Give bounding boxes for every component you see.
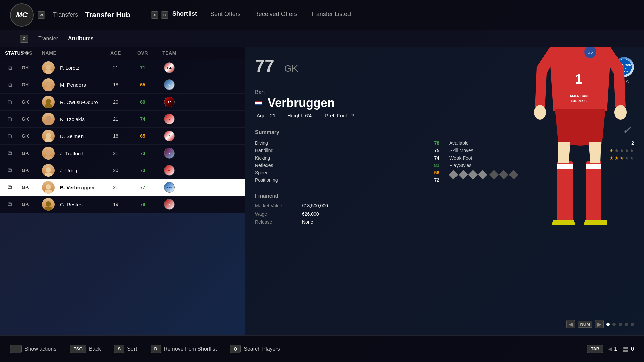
- sub-tab-transfer[interactable]: Transfer: [38, 36, 58, 42]
- status-icon: ⧉: [5, 166, 14, 175]
- player-age: 21: [102, 65, 129, 70]
- stat-diving: Diving 78: [255, 139, 439, 147]
- team-badge: S: [156, 131, 183, 141]
- player-name: G. Restes: [57, 202, 83, 207]
- show-actions-button[interactable]: ← Show actions: [10, 345, 56, 353]
- playstyle-diamond-1: [449, 170, 458, 179]
- player-row-seimen[interactable]: ⧉ GK D. Seimen 18 65 S: [0, 128, 245, 145]
- position-gk: GK: [22, 202, 42, 207]
- player-figure-svg: 1 AMERICAN EXPRESS: [503, 47, 644, 308]
- player-photo: [42, 113, 55, 125]
- player-row-restes[interactable]: ⧉ GK G. Restes 19 78 H: [0, 196, 245, 213]
- svg-point-14: [46, 184, 51, 190]
- svg-text:1: 1: [575, 72, 582, 86]
- indicator-1: ◀ 1: [608, 346, 617, 352]
- player-row-penders[interactable]: ⧉ GK M. Penders 18 65 G: [0, 76, 245, 94]
- svg-point-6: [46, 116, 51, 121]
- status-icon: ⧉: [5, 80, 14, 89]
- player-ovr: 65: [129, 133, 156, 139]
- svg-rect-32: [586, 161, 601, 221]
- stat-speed: Speed 56: [255, 169, 439, 176]
- tab-sent-offers[interactable]: Sent Offers: [210, 11, 241, 19]
- page-dot-5[interactable]: [631, 323, 634, 326]
- status-icon: ⧉: [5, 63, 14, 72]
- player-name: D. Seimen: [57, 133, 84, 139]
- num-badge: NUM: [578, 321, 592, 328]
- flag-netherlands: [255, 101, 262, 105]
- status-icon: ⧉: [5, 183, 14, 192]
- sort-button[interactable]: S Sort: [114, 345, 137, 353]
- prev-page-button[interactable]: ◀: [566, 320, 575, 328]
- player-photo: [42, 96, 55, 108]
- player-row-tzolakis[interactable]: ⧉ GK K. Tzolakis 21 74 ●: [0, 111, 245, 128]
- page-dot-4[interactable]: [625, 323, 628, 326]
- transfers-nav-item[interactable]: Transfers: [53, 11, 78, 18]
- status-icon: ⧉: [5, 114, 14, 124]
- player-row-loretz[interactable]: ⧉ GK P. Loretz 21 71 FCL: [0, 59, 245, 76]
- left-stats: Diving 78 Handling 75 Kicking 74 Reflexe…: [255, 139, 439, 184]
- player-ovr: 65: [129, 82, 156, 87]
- player-row-verbruggen[interactable]: ⧉ GK B. Verbruggen 21 77 BHA: [0, 179, 245, 196]
- binoculars-icon: ⧉: [8, 99, 12, 106]
- list-header: Status ▼ POS Name Age OVR Team: [0, 47, 245, 59]
- search-players-button[interactable]: Q Search Players: [230, 345, 280, 353]
- binoculars-icon: ⧉: [8, 64, 12, 71]
- binoculars-icon: ⧉: [8, 184, 12, 191]
- bottom-right-indicators: TAB ◀ 1 0: [587, 345, 634, 353]
- player-age: 20: [102, 168, 129, 173]
- team-badge: ●: [156, 114, 183, 124]
- team-icon: B: [164, 148, 175, 159]
- svg-point-29: [614, 105, 627, 120]
- svg-rect-3: [45, 87, 52, 91]
- tab-shortlist[interactable]: Shortlist: [172, 10, 197, 19]
- remove-key: D: [151, 345, 161, 353]
- player-name: J. Urbig: [57, 168, 77, 173]
- header-age: Age: [102, 50, 129, 56]
- detail-last-name: Verbruggen: [268, 96, 335, 110]
- indicator-2: 0: [622, 346, 634, 352]
- position-gk: GK: [22, 133, 42, 139]
- player-row-urbig[interactable]: ⧉ GK J. Urbig 20 73 FC: [0, 162, 245, 179]
- player-row-owusu[interactable]: ⧉ GK R. Owusu-Oduro 20 69 AZ: [0, 94, 245, 111]
- header-pos: POS: [22, 50, 42, 56]
- status-icon: ⧉: [5, 148, 14, 158]
- header-ovr: OVR: [129, 50, 156, 56]
- remove-shortlist-button[interactable]: D Remove from Shortlist: [151, 345, 217, 353]
- page-dot-2[interactable]: [612, 323, 616, 326]
- svg-rect-11: [45, 156, 52, 160]
- svg-text:BHA: BHA: [588, 51, 593, 54]
- show-actions-key: ←: [10, 345, 22, 353]
- position-gk: GK: [22, 82, 42, 87]
- page-dot-3[interactable]: [619, 323, 622, 326]
- stat-positioning: Positioning 72: [255, 176, 439, 184]
- tab-transfer-listed[interactable]: Transfer Listed: [311, 11, 351, 19]
- team-icon: S: [164, 131, 175, 141]
- svg-point-38: [625, 347, 628, 349]
- svg-text:EXPRESS: EXPRESS: [571, 99, 587, 103]
- tab-received-offers[interactable]: Received Offers: [254, 11, 298, 19]
- people-icon: [622, 346, 629, 352]
- next-page-button[interactable]: ▶: [595, 320, 604, 328]
- svg-point-28: [534, 105, 546, 120]
- player-ovr: 73: [129, 150, 156, 156]
- stat-kicking: Kicking 74: [255, 154, 439, 162]
- tab-key: TAB: [587, 345, 603, 353]
- player-photo: [42, 164, 55, 177]
- page-dot-1[interactable]: [606, 323, 610, 326]
- player-age: 18: [102, 82, 129, 87]
- search-label: Search Players: [244, 346, 280, 352]
- svg-point-12: [46, 167, 51, 173]
- back-button[interactable]: ESC Back: [70, 345, 101, 353]
- bottom-bar: ← Show actions ESC Back S Sort D Remove …: [0, 335, 644, 362]
- count-2: 0: [631, 346, 634, 352]
- player-row-trafford[interactable]: ⧉ GK J. Trafford 21 73 B: [0, 145, 245, 162]
- nav-divider: [141, 8, 141, 22]
- binoculars-icon: ⧉: [8, 81, 12, 88]
- team-icon: FC: [164, 165, 175, 176]
- svg-point-16: [46, 201, 51, 207]
- header-status[interactable]: Status ▼: [5, 50, 22, 56]
- sub-tab-attributes[interactable]: Attributes: [68, 36, 94, 42]
- remove-label: Remove from Shortlist: [164, 346, 217, 352]
- position-gk: GK: [22, 99, 42, 105]
- stat-reflexes: Reflexes 81: [255, 162, 439, 169]
